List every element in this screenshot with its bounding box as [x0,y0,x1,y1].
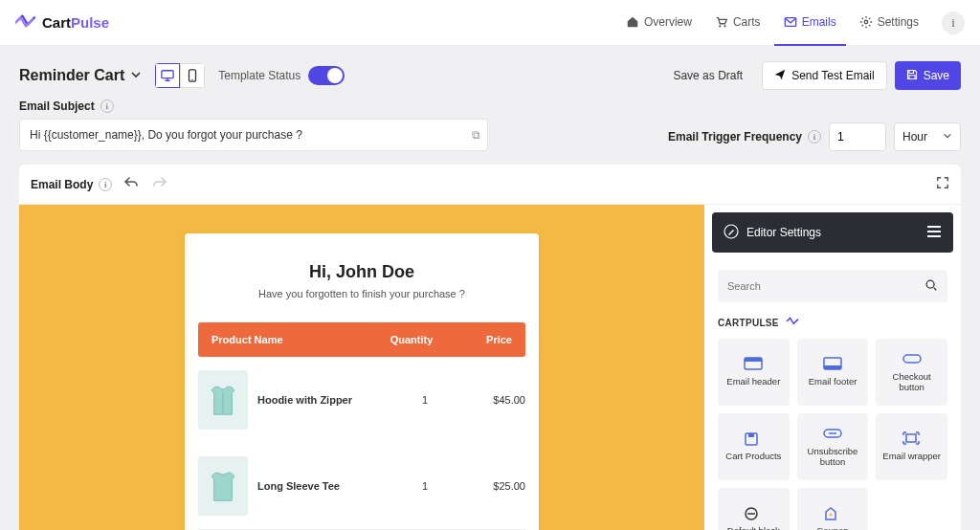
editor-sidebar: Editor Settings CARTPULSE Email header [704,205,961,530]
svg-point-3 [864,20,868,24]
logo[interactable]: CartPulse [15,12,109,33]
email-editor: Email Body i Hi, John Doe Have you forgo… [19,165,961,530]
home-icon [626,15,639,29]
save-draft-button[interactable]: Save as Draft [661,61,754,90]
email-canvas[interactable]: Hi, John Doe Have you forgotten to finis… [19,205,704,530]
expand-button[interactable] [936,176,949,192]
nav-overview-label: Overview [644,15,692,29]
subject-row: Email Subject i ⧉ Email Trigger Frequenc… [0,99,980,165]
product-price: $25.00 [458,480,525,492]
nav-emails-label: Emails [802,15,836,29]
redo-button[interactable] [150,174,169,194]
block-default[interactable]: Default block [718,488,790,530]
send-test-email-button[interactable]: Send Test Email [762,61,887,90]
wrapper-icon [902,431,922,445]
svg-rect-13 [903,355,921,363]
unsubscribe-icon [823,427,842,440]
button-icon [902,352,922,365]
trigger-value-input[interactable] [829,122,886,151]
block-grid: Email header Email footer Checkout butto… [718,339,947,530]
logo-mark-icon [15,12,36,33]
email-preview: Hi, John Doe Have you forgotten to finis… [185,233,539,530]
template-title: Reminder Cart [19,67,124,84]
navbar: CartPulse Overview Carts Emails Settings… [0,0,980,46]
email-body-label: Email Body i [31,178,112,191]
cart-table-header: Product Name Quantity Price [198,322,525,357]
products-icon [744,431,763,445]
menu-icon[interactable] [926,225,942,241]
nav-settings[interactable]: Settings [850,0,928,46]
product-name: Long Sleeve Tee [257,480,391,492]
svg-rect-17 [906,434,916,442]
nav-emails[interactable]: Emails [774,0,846,46]
chevron-down-icon [130,67,142,84]
svg-rect-12 [824,365,841,369]
subject-input[interactable] [19,119,488,151]
product-thumbnail [198,370,248,430]
sidebar-search[interactable] [718,270,947,302]
header-icon [744,357,763,370]
chevron-down-icon [943,130,952,144]
nav-carts-label: Carts [733,15,761,29]
svg-point-8 [926,280,934,288]
template-status-label: Template Status [218,69,301,82]
product-thumbnail [198,456,248,516]
email-greeting: Hi, John Doe [185,262,539,282]
coupon-icon [823,506,842,519]
save-icon [906,69,918,83]
block-cart-products[interactable]: Cart Products [718,413,790,480]
nav-overview[interactable]: Overview [616,0,702,46]
svg-rect-10 [745,358,762,362]
send-icon [774,69,786,83]
brush-icon [724,224,739,242]
nav-carts[interactable]: Carts [705,0,770,46]
info-icon[interactable]: i [808,130,821,144]
block-unsubscribe[interactable]: Unsubscribe button [797,413,869,480]
email-subtext: Have you forgotten to finish your purcha… [185,288,539,299]
undo-button[interactable] [122,174,141,194]
search-input[interactable] [727,280,924,292]
subject-label: Email Subject i [19,99,488,113]
logo-mark-icon [785,316,800,329]
svg-rect-15 [748,433,754,437]
template-status-toggle[interactable] [308,66,345,85]
gear-icon [859,15,873,29]
device-desktop-button[interactable] [155,63,180,88]
default-block-icon [744,506,763,519]
info-icon[interactable]: i [100,99,114,113]
product-name: Hoodie with Zipper [257,394,391,406]
product-qty: 1 [391,480,458,492]
info-button[interactable]: i [942,11,965,34]
mail-icon [784,15,797,29]
product-qty: 1 [391,394,458,406]
cart-row: Hoodie with Zipper 1 $45.00 [185,357,539,443]
merge-tag-icon[interactable]: ⧉ [472,128,480,142]
info-icon[interactable]: i [99,178,112,191]
product-price: $45.00 [458,394,525,406]
block-checkout-button[interactable]: Checkout button [876,339,947,406]
footer-icon [823,357,842,370]
block-email-wrapper[interactable]: Email wrapper [876,413,947,480]
block-coupon[interactable]: Coupon [797,488,869,530]
sidebar-title: Editor Settings [746,226,821,239]
section-label: CARTPULSE [718,316,947,329]
svg-point-0 [719,25,721,27]
nav-settings-label: Settings [878,15,919,29]
template-title-dropdown[interactable]: Reminder Cart [19,67,142,84]
cart-row: Long Sleeve Tee 1 $25.00 [185,443,539,529]
logo-text: CartPulse [42,14,109,31]
save-button[interactable]: Save [895,61,961,90]
block-email-footer[interactable]: Email footer [797,339,869,406]
search-icon [924,278,938,295]
device-mobile-button[interactable] [180,63,205,88]
svg-point-6 [192,79,193,80]
cart-icon [715,15,728,29]
trigger-frequency: Email Trigger Frequencyi Hour [668,122,961,151]
svg-rect-4 [162,71,173,78]
svg-point-1 [724,25,725,27]
trigger-unit-select[interactable]: Hour [894,122,961,151]
svg-point-19 [829,514,832,517]
sidebar-header: Editor Settings [712,212,953,253]
block-email-header[interactable]: Email header [718,339,790,406]
device-switch [155,63,205,88]
